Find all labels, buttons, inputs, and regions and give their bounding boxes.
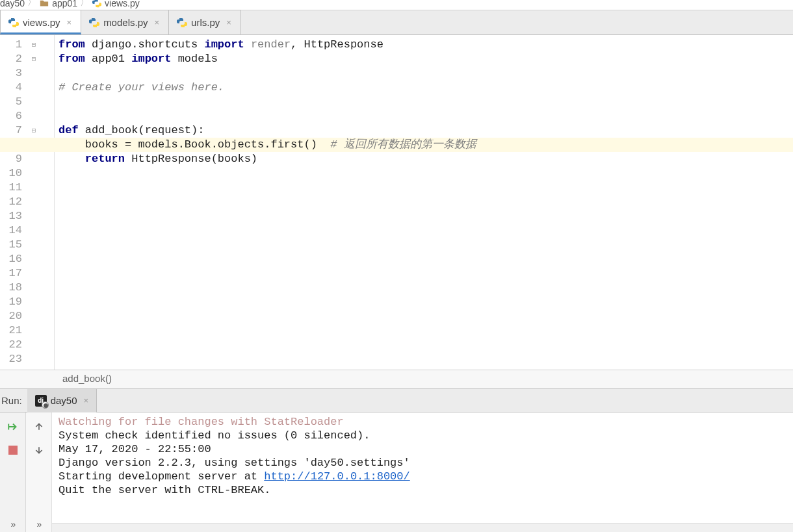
- console-link[interactable]: http://127.0.0.1:8000/: [264, 470, 410, 483]
- tab-views[interactable]: views.py ×: [0, 10, 81, 34]
- editor-context-crumb[interactable]: add_book(): [0, 370, 793, 389]
- tab-label: views.py: [23, 17, 60, 28]
- django-icon: dj: [35, 395, 47, 407]
- python-file-icon: [8, 18, 19, 28]
- breadcrumb-label: views.py: [105, 0, 140, 8]
- run-header: Run: dj day50 ×: [0, 389, 793, 412]
- console-output[interactable]: Watching for file changes with StatReloa…: [52, 412, 793, 520]
- breadcrumb-separator: 〉: [27, 0, 36, 8]
- breadcrumb-label: day50: [0, 0, 25, 8]
- tab-label: urls.py: [191, 17, 220, 28]
- fold-gutter: ⊟⊟⊟: [29, 35, 39, 370]
- run-label: Run:: [0, 395, 27, 406]
- breadcrumb: day50 〉 app01 〉 views.py: [0, 0, 793, 10]
- code-content[interactable]: from django.shortcuts import render, Htt…: [55, 35, 793, 370]
- stop-icon[interactable]: [5, 442, 21, 458]
- tab-urls[interactable]: urls.py ×: [168, 10, 241, 34]
- tab-models[interactable]: models.py ×: [81, 10, 169, 34]
- run-toolbar-inner: »: [26, 412, 52, 532]
- tab-label: models.py: [103, 17, 148, 28]
- run-toolbar-left: »: [0, 412, 26, 532]
- breadcrumb-item[interactable]: app01: [39, 0, 77, 8]
- code-editor[interactable]: 1234567891011121314151617181920212223 ⊟⊟…: [0, 35, 793, 370]
- run-config-label: day50: [51, 395, 77, 406]
- scroll-down-icon[interactable]: [31, 442, 47, 458]
- python-file-icon: [89, 18, 99, 28]
- more-icon[interactable]: »: [31, 516, 47, 532]
- run-config-tab[interactable]: dj day50 ×: [27, 389, 97, 412]
- close-icon[interactable]: ×: [226, 18, 231, 27]
- breadcrumb-item[interactable]: day50: [0, 0, 25, 8]
- more-icon[interactable]: »: [5, 516, 21, 532]
- breadcrumb-item[interactable]: views.py: [92, 0, 140, 8]
- close-icon[interactable]: ×: [155, 18, 160, 27]
- rerun-icon[interactable]: [5, 419, 21, 435]
- breadcrumb-separator: 〉: [80, 0, 89, 8]
- run-tool-window: Run: dj day50 × » »: [0, 389, 793, 532]
- breadcrumb-label: app01: [52, 0, 77, 8]
- python-file-icon: [177, 18, 187, 28]
- close-icon[interactable]: ×: [67, 18, 72, 27]
- python-file-icon: [92, 0, 102, 8]
- horizontal-scrollbar[interactable]: [52, 523, 793, 532]
- close-icon[interactable]: ×: [84, 396, 89, 405]
- scroll-up-icon[interactable]: [31, 419, 47, 435]
- line-number-gutter: 1234567891011121314151617181920212223: [0, 35, 29, 370]
- folder-icon: [39, 0, 49, 8]
- editor-tabs: views.py × models.py × urls.py ×: [0, 10, 793, 35]
